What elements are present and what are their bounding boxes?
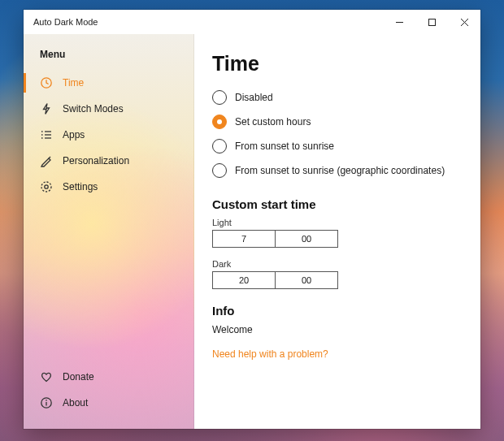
app-window: Auto Dark Mode Menu	[24, 10, 480, 429]
dark-hour-input[interactable]: 20	[212, 271, 276, 289]
light-label: Light	[212, 218, 463, 227]
gear-icon	[40, 180, 53, 193]
sidebar-item-apps[interactable]: Apps	[24, 122, 193, 148]
sidebar-item-settings[interactable]: Settings	[24, 174, 193, 200]
sidebar-item-label: Personalization	[63, 155, 129, 166]
radio-disabled[interactable]: Disabled	[212, 90, 463, 105]
sidebar-item-time[interactable]: Time	[24, 70, 193, 96]
radio-bullet-icon	[212, 115, 227, 129]
radio-label: From sunset to sunrise	[235, 141, 334, 152]
dark-time-row: 20 00	[212, 271, 463, 289]
window-title: Auto Dark Mode	[24, 17, 98, 27]
radio-label: Disabled	[235, 92, 273, 103]
time-mode-radios: Disabled Set custom hours From sunset to…	[212, 90, 463, 178]
sidebar: Menu Time Switch Modes	[24, 34, 194, 429]
info-icon	[40, 396, 53, 409]
sidebar-bottom: Donate About	[24, 364, 193, 429]
info-title: Info	[212, 304, 463, 318]
dark-minute-input[interactable]: 00	[275, 271, 338, 289]
sidebar-item-label: About	[63, 397, 88, 409]
sidebar-header: Menu	[24, 41, 193, 70]
maximize-button[interactable]	[415, 10, 448, 34]
sidebar-item-about[interactable]: About	[24, 390, 193, 416]
svg-point-13	[41, 182, 51, 192]
window-body: Menu Time Switch Modes	[24, 34, 480, 429]
heart-icon	[40, 370, 53, 383]
page-title: Time	[212, 52, 463, 76]
info-block: Info Welcome Need help with a problem?	[212, 304, 463, 360]
light-minute-input[interactable]: 00	[275, 230, 338, 248]
lightning-icon	[40, 102, 53, 115]
svg-point-12	[45, 185, 48, 188]
custom-start-title: Custom start time	[212, 197, 463, 211]
svg-line-11	[49, 157, 50, 158]
light-hour-input[interactable]: 7	[212, 230, 276, 248]
radio-label: Set custom hours	[235, 116, 311, 128]
radio-bullet-icon	[212, 139, 227, 153]
sidebar-item-personalization[interactable]: Personalization	[24, 148, 193, 174]
sidebar-item-donate[interactable]: Donate	[24, 364, 193, 390]
radio-label: From sunset to sunrise (geographic coord…	[235, 165, 445, 176]
radio-set-custom-hours[interactable]: Set custom hours	[212, 115, 463, 129]
list-icon	[40, 128, 53, 141]
svg-rect-1	[428, 19, 435, 25]
radio-sunset-sunrise[interactable]: From sunset to sunrise	[212, 139, 463, 153]
sidebar-nav: Time Switch Modes	[24, 70, 193, 200]
svg-point-16	[46, 400, 47, 401]
sidebar-item-label: Donate	[63, 371, 94, 383]
help-link[interactable]: Need help with a problem?	[212, 348, 463, 360]
sidebar-item-label: Switch Modes	[63, 103, 124, 115]
sidebar-item-label: Apps	[63, 129, 85, 141]
sidebar-item-switch-modes[interactable]: Switch Modes	[24, 96, 193, 122]
close-button[interactable]	[448, 10, 480, 34]
titlebar: Auto Dark Mode	[24, 10, 480, 34]
radio-bullet-icon	[212, 90, 227, 105]
sidebar-item-label: Time	[63, 77, 84, 89]
radio-bullet-icon	[212, 163, 227, 178]
minimize-button[interactable]	[383, 10, 415, 34]
clock-icon	[40, 76, 53, 89]
dark-label: Dark	[212, 259, 463, 269]
desktop-wallpaper: Auto Dark Mode Menu	[0, 0, 504, 441]
brush-icon	[40, 154, 53, 167]
light-time-row: 7 00	[212, 230, 463, 248]
content-pane: Time Disabled Set custom hours From suns…	[194, 34, 480, 429]
info-text: Welcome	[212, 324, 463, 335]
sidebar-item-label: Settings	[63, 181, 98, 192]
radio-sunset-sunrise-geo[interactable]: From sunset to sunrise (geographic coord…	[212, 163, 463, 178]
window-controls	[383, 10, 480, 34]
